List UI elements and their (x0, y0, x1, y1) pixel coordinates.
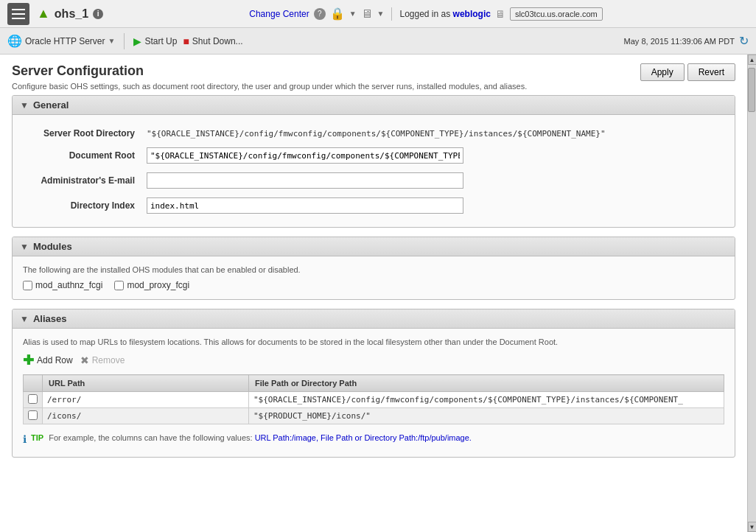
alias-file-path-header: File Path or Directory Path (249, 375, 724, 392)
alias-file-path-value: "${ORACLE_INSTANCE}/config/fmwconfig/com… (249, 392, 724, 407)
general-section-body: Server Root Directory "${ORACLE_INSTANCE… (13, 115, 735, 227)
alias-file-path-cell: "${ORACLE_INSTANCE}/config/fmwconfig/com… (249, 392, 724, 408)
scroll-down-button[interactable]: ▼ (748, 522, 757, 532)
modules-checkbox-row: mod_authnz_fcgi mod_proxy_fcgi (23, 280, 724, 290)
document-root-label: Document Root (23, 143, 141, 168)
aliases-section-title: Aliases (33, 313, 67, 324)
toolbar-right: May 8, 2015 11:39:06 AM PDT ↻ (624, 34, 749, 48)
general-section-header[interactable]: ▼ General (13, 96, 735, 115)
revert-button[interactable]: Revert (687, 63, 735, 81)
aliases-section: ▼ Aliases Alias is used to map URLs to f… (12, 309, 735, 458)
header-icon-arrow-down: ▼ (349, 10, 357, 18)
server-root-label: Server Root Directory (23, 124, 141, 143)
module1-checkbox[interactable] (23, 281, 32, 290)
change-center-link[interactable]: Change Center (249, 9, 309, 19)
alias-url-path-cell: /error/ (43, 392, 249, 408)
page-description: Configure basic OHS settings, such as do… (12, 82, 527, 91)
add-row-button[interactable]: ✚ Add Row (23, 352, 73, 368)
startup-label: Start Up (144, 36, 177, 46)
add-icon: ✚ (23, 352, 34, 368)
apply-button[interactable]: Apply (640, 63, 685, 81)
document-root-input[interactable] (147, 147, 463, 164)
directory-index-label: Directory Index (23, 193, 141, 218)
startup-icon: ▶ (133, 35, 141, 47)
module2-item[interactable]: mod_proxy_fcgi (114, 280, 189, 290)
menu-icon[interactable] (7, 3, 29, 25)
alias-url-path-cell: /icons/ (43, 408, 249, 424)
instance-name: ▲ ohs_1 i (37, 6, 103, 21)
admin-email-input[interactable] (147, 172, 463, 189)
server-icon: 🖥 (495, 8, 505, 20)
aliases-section-header[interactable]: ▼ Aliases (13, 309, 735, 329)
timestamp: May 8, 2015 11:39:06 AM PDT (624, 37, 735, 46)
instance-label: ohs_1 (55, 7, 88, 21)
tip-icon: ℹ (23, 433, 27, 445)
alias-row-selector[interactable] (24, 408, 43, 424)
server-root-row: Server Root Directory "${ORACLE_INSTANCE… (23, 124, 724, 143)
status-icon: ▲ (37, 6, 50, 21)
add-row-label: Add Row (37, 355, 73, 365)
toolbar: 🌐 Oracle HTTP Server ▼ ▶ Start Up ■ Shut… (0, 28, 756, 55)
header-icon-monitor: 🖥 (361, 7, 373, 21)
right-scrollbar: ▲ ▼ (747, 55, 756, 532)
modules-section: ▼ Modules The following are the installe… (12, 237, 735, 300)
page-title: Server Configuration (12, 63, 527, 79)
alias-row-checkbox[interactable] (28, 394, 38, 404)
general-section-title: General (33, 99, 69, 111)
aliases-section-body: Alias is used to map URLs to filesystem … (13, 329, 735, 457)
remove-button[interactable]: ✖ Remove (80, 354, 125, 366)
alias-url-path-value: /icons/ (43, 408, 248, 424)
module1-label: mod_authnz_fcgi (35, 280, 102, 290)
admin-email-label: Administrator's E-mail (23, 168, 141, 193)
module2-checkbox[interactable] (114, 281, 124, 290)
directory-index-input[interactable] (147, 197, 463, 214)
modules-section-header[interactable]: ▼ Modules (13, 237, 735, 256)
general-section: ▼ General Server Root Directory "${ORACL… (12, 95, 735, 228)
modules-description: The following are the installed OHS modu… (23, 265, 724, 274)
modules-collapse-icon: ▼ (20, 242, 29, 252)
alias-table-header: URL Path File Path or Directory Path (24, 375, 724, 392)
dropdown-arrow-icon: ▼ (108, 37, 115, 45)
main-layout: Server Configuration Configure basic OHS… (0, 55, 756, 532)
alias-row: /error/"${ORACLE_INSTANCE}/config/fmwcon… (24, 392, 724, 408)
alias-row: /icons/"${PRODUCT_HOME}/icons/" (24, 408, 724, 424)
remove-icon: ✖ (80, 354, 89, 366)
startup-button[interactable]: ▶ Start Up (133, 35, 177, 47)
shutdown-label: Shut Down... (192, 36, 243, 46)
globe-icon: 🌐 (7, 34, 22, 48)
module1-item[interactable]: mod_authnz_fcgi (23, 280, 102, 290)
oracle-http-server-label: Oracle HTTP Server (25, 36, 105, 46)
general-form-table: Server Root Directory "${ORACLE_INSTANCE… (23, 124, 724, 218)
scroll-up-button[interactable]: ▲ (748, 55, 757, 65)
modules-section-body: The following are the installed OHS modu… (13, 256, 735, 299)
info-icon[interactable]: i (93, 9, 103, 19)
content-area: Server Configuration Configure basic OHS… (0, 55, 747, 532)
change-center-help-icon[interactable]: ? (314, 8, 326, 20)
refresh-icon[interactable]: ↻ (739, 34, 749, 48)
server-root-value: "${ORACLE_INSTANCE}/config/fmwconfig/com… (147, 129, 606, 139)
server-host: slc03tcu.us.oracle.com (510, 7, 603, 21)
modules-section-title: Modules (33, 241, 72, 252)
oracle-http-server-menu[interactable]: 🌐 Oracle HTTP Server ▼ (7, 34, 115, 48)
alias-file-path-cell: "${PRODUCT_HOME}/icons/" (249, 408, 724, 424)
header-divider (391, 7, 392, 21)
header-center: Change Center ? 🔒 ▼ 🖥 ▼ Logged in as web… (103, 7, 749, 21)
document-root-row: Document Root (23, 143, 724, 168)
directory-index-row: Directory Index (23, 193, 724, 218)
tip-link[interactable]: URL Path:/image, File Path or Directory … (255, 433, 472, 442)
remove-label: Remove (92, 355, 125, 365)
scroll-thumb[interactable] (748, 68, 755, 112)
header-icon-arrow-down2: ▼ (377, 10, 385, 18)
toolbar-separator (124, 33, 125, 49)
module2-label: mod_proxy_fcgi (127, 280, 189, 290)
alias-row-checkbox[interactable] (28, 410, 38, 420)
alias-url-path-header: URL Path (43, 375, 249, 392)
page-title-row: Server Configuration Configure basic OHS… (12, 63, 735, 91)
aliases-description: Alias is used to map URLs to filesystem … (23, 337, 724, 346)
alias-row-selector[interactable] (24, 392, 43, 408)
alias-select-col-header (24, 375, 43, 392)
shutdown-button[interactable]: ■ Shut Down... (183, 35, 242, 47)
alias-table: URL Path File Path or Directory Path /er… (23, 374, 724, 424)
aliases-collapse-icon: ▼ (20, 314, 29, 324)
page-title-block: Server Configuration Configure basic OHS… (12, 63, 527, 91)
